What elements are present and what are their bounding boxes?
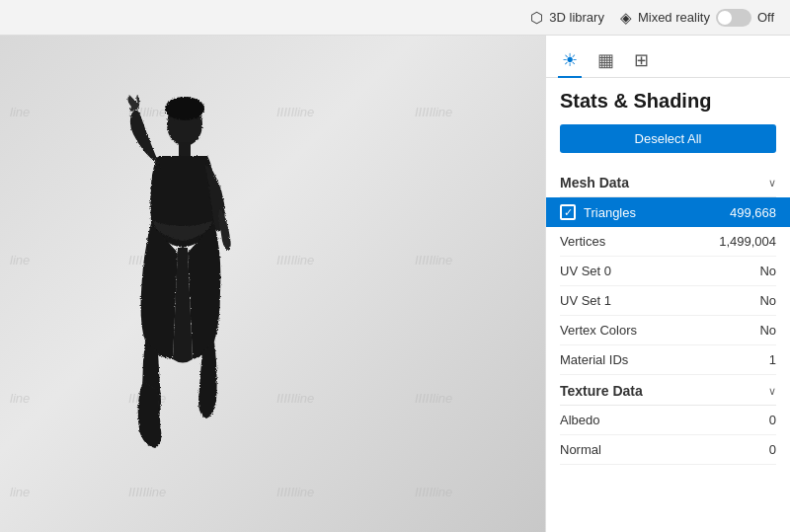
watermark: IIIIIline <box>415 391 452 406</box>
toggle-state-label: Off <box>757 10 774 25</box>
mixed-reality-icon: ◈ <box>620 9 632 27</box>
watermark: line <box>10 105 30 119</box>
material-ids-label: Material IDs <box>560 352 628 367</box>
panel-tabs: ☀ ▦ ⊞ <box>546 36 790 78</box>
panel-body: Stats & Shading Deselect All Mesh Data ∨… <box>546 78 790 532</box>
watermark: line <box>10 253 30 267</box>
panel-title: Stats & Shading <box>560 90 776 113</box>
watermark: IIIIIline <box>415 485 452 499</box>
triangles-row[interactable]: Triangles 499,668 <box>546 197 790 227</box>
mixed-reality-toggle[interactable] <box>716 9 751 27</box>
vertex-colors-value: No <box>759 323 776 338</box>
character-model <box>104 95 262 470</box>
deselect-all-button[interactable]: Deselect All <box>560 124 776 153</box>
uvset0-row: UV Set 0 No <box>560 257 776 286</box>
normal-label: Normal <box>560 442 601 457</box>
vertex-colors-row: Vertex Colors No <box>560 316 776 345</box>
watermark: IIIIIline <box>128 485 166 499</box>
uvset1-row: UV Set 1 No <box>560 286 776 316</box>
mesh-data-header[interactable]: Mesh Data ∨ <box>560 167 776 197</box>
watermark: IIIIIline <box>415 105 452 119</box>
watermark: line <box>10 391 30 406</box>
tab-sun[interactable]: ☀ <box>558 43 582 77</box>
material-ids-row: Material IDs 1 <box>560 345 776 375</box>
uvset1-value: No <box>759 293 776 308</box>
stats-panel: ☀ ▦ ⊞ Stats & Shading Deselect All Mesh … <box>545 36 790 532</box>
texture-data-header[interactable]: Texture Data ∨ <box>560 375 776 406</box>
tab-grid[interactable]: ⊞ <box>630 43 653 77</box>
tab-stats[interactable]: ▦ <box>593 43 618 77</box>
watermark: IIIIIline <box>276 391 314 406</box>
top-bar: ⬡ 3D library ◈ Mixed reality Off <box>0 0 790 36</box>
vertices-label: Vertices <box>560 234 605 249</box>
texture-data-chevron: ∨ <box>768 385 776 398</box>
watermark: IIIIIline <box>276 253 314 267</box>
3d-library-button[interactable]: ⬡ 3D library <box>530 9 604 27</box>
normal-row: Normal 0 <box>560 435 776 465</box>
mixed-reality-label: Mixed reality <box>638 10 710 25</box>
watermark: line <box>10 485 30 499</box>
vertices-row: Vertices 1,499,004 <box>560 227 776 257</box>
albedo-value: 0 <box>769 413 776 427</box>
triangles-label: Triangles <box>560 204 636 220</box>
uvset1-label: UV Set 1 <box>560 293 611 308</box>
mesh-data-chevron: ∨ <box>768 177 776 190</box>
main-content: line IIIIIline IIIIIline IIIIIline line … <box>0 36 790 532</box>
mesh-data-section: Mesh Data ∨ Triangles 499,668 Vertices 1… <box>560 167 776 375</box>
svg-rect-2 <box>179 142 191 156</box>
mesh-data-title: Mesh Data <box>560 175 629 190</box>
watermark: IIIIIline <box>276 105 314 119</box>
texture-data-title: Texture Data <box>560 383 643 399</box>
texture-data-section: Texture Data ∨ Albedo 0 Normal 0 <box>560 375 776 465</box>
3d-viewport: line IIIIIline IIIIIline IIIIIline line … <box>0 36 545 532</box>
stats-icon: ▦ <box>597 50 614 70</box>
watermark: IIIIIline <box>415 253 452 267</box>
normal-value: 0 <box>769 442 776 457</box>
vertex-colors-label: Vertex Colors <box>560 323 637 338</box>
grid-icon: ⊞ <box>634 50 649 70</box>
mixed-reality-button[interactable]: ◈ Mixed reality Off <box>620 9 774 27</box>
albedo-label: Albedo <box>560 413 599 427</box>
uvset0-value: No <box>759 264 776 278</box>
triangles-value: 499,668 <box>730 205 776 220</box>
triangles-checkbox <box>560 204 576 220</box>
vertices-value: 1,499,004 <box>719 234 776 249</box>
cube-icon: ⬡ <box>530 9 543 27</box>
uvset0-label: UV Set 0 <box>560 264 611 278</box>
watermark: IIIIIline <box>276 485 314 499</box>
library-label: 3D library <box>549 10 604 25</box>
svg-point-1 <box>165 97 204 120</box>
albedo-row: Albedo 0 <box>560 406 776 435</box>
sun-icon: ☀ <box>562 50 578 70</box>
material-ids-value: 1 <box>769 352 776 367</box>
